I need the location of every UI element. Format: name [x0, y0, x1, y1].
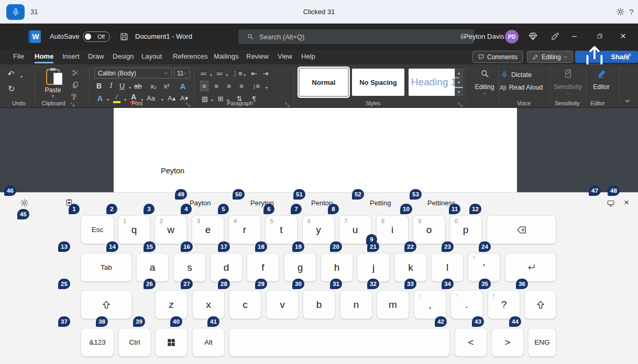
keyboard-dock-icon[interactable] [606, 199, 616, 208]
suggestion-petting[interactable]: Petting [370, 199, 391, 207]
paragraph-control-5[interactable]: ▾ [241, 70, 248, 80]
key-k[interactable]: k [394, 253, 427, 282]
key-p[interactable]: 0p [449, 215, 482, 244]
paragraph-control-13[interactable]: ▾ [263, 82, 270, 93]
key-i[interactable]: 8i [376, 215, 409, 244]
font-size-select[interactable]: 11 [174, 68, 190, 79]
font-control-4[interactable]: ab [134, 81, 141, 91]
key-a[interactable]: a [136, 253, 169, 282]
tab-mailings[interactable]: Mailings [214, 50, 239, 63]
font-control-16[interactable]: A▴ [168, 93, 175, 103]
cut-icon[interactable] [72, 69, 79, 76]
key-o[interactable]: 9o [413, 215, 445, 244]
space-key[interactable] [229, 328, 450, 357]
font-control-7[interactable]: A [179, 81, 186, 91]
key-t[interactable]: 5t [265, 215, 298, 244]
windows-key[interactable] [155, 328, 188, 357]
font-control-14[interactable]: Aa [147, 93, 155, 103]
font-name-select[interactable]: Calibri (Body) [94, 68, 172, 79]
tab-review[interactable]: Review [246, 50, 269, 63]
editor-button[interactable]: Editor [588, 67, 615, 91]
dialog-launcher-icon[interactable] [70, 100, 75, 105]
close-button[interactable]: × [620, 24, 626, 49]
key-<[interactable]: < [455, 328, 487, 357]
dialog-launcher-icon[interactable] [185, 100, 191, 105]
document-page[interactable]: Peyton [114, 108, 517, 192]
key-'[interactable]: "' [468, 253, 500, 282]
style-heading-1[interactable]: Heading 1 [409, 69, 459, 96]
font-control-2[interactable]: U [118, 81, 126, 91]
read-aloud-button[interactable]: A)) Read Aloud [500, 84, 543, 91]
undo-control-1[interactable]: ▾ [18, 71, 25, 82]
style-no-spacing[interactable]: No Spacing [352, 69, 404, 96]
suggestion-payton[interactable]: Payton [190, 199, 211, 207]
tab-help[interactable]: Help [301, 50, 315, 63]
dialog-launcher-icon[interactable] [458, 100, 463, 105]
tab-references[interactable]: References [173, 50, 207, 63]
shift-left-key[interactable] [81, 290, 132, 319]
paragraph-control-14[interactable]: ▧ [201, 93, 208, 104]
key-x[interactable]: x [192, 290, 225, 319]
paste-button[interactable]: Paste ▾ [39, 68, 67, 105]
dictate-button[interactable]: Dictate [501, 70, 532, 79]
font-control-8[interactable]: A [96, 93, 104, 103]
key-h[interactable]: h [321, 253, 353, 282]
help-icon[interactable]: ? [629, 0, 633, 24]
tab-design[interactable]: Design [113, 50, 134, 63]
tab-layout[interactable]: Layout [141, 50, 162, 63]
key-b[interactable]: b [303, 290, 335, 319]
tab-view[interactable]: View [278, 50, 292, 63]
key-.[interactable]: :. [450, 290, 483, 319]
paragraph-control-9[interactable]: ≡ [213, 81, 220, 91]
save-icon[interactable] [119, 32, 129, 41]
paragraph-control-16[interactable]: ⊞ [217, 93, 224, 104]
font-control-3[interactable]: ▾ [126, 82, 134, 93]
key-m[interactable]: m [377, 290, 409, 319]
undo-control-0[interactable]: ↶ [7, 69, 15, 79]
backspace-key[interactable] [487, 215, 556, 244]
ribbon-editing-button[interactable]: Editing [470, 67, 499, 96]
key-eng[interactable]: ENG [528, 328, 556, 357]
settings-gear-icon[interactable] [616, 7, 625, 16]
avatar[interactable]: PD [505, 30, 519, 43]
feedback-pen-icon[interactable] [550, 31, 560, 41]
key-r[interactable]: 4r [228, 215, 261, 244]
font-control-1[interactable]: I [107, 81, 115, 91]
key-?[interactable]: !? [488, 290, 520, 319]
key-ctrl[interactable]: Ctrl [118, 328, 151, 357]
key-z[interactable]: z [155, 290, 188, 319]
font-control-6[interactable]: x² [163, 81, 170, 91]
copy-icon[interactable] [72, 81, 79, 89]
key-d[interactable]: d [210, 253, 243, 282]
key-v[interactable]: v [266, 290, 299, 319]
premium-diamond-icon[interactable] [528, 31, 538, 41]
key-s[interactable]: s [173, 253, 206, 282]
undo-control-2[interactable]: ↻ [8, 83, 15, 94]
key-w[interactable]: 2w [155, 215, 187, 244]
paragraph-control-12[interactable]: ↕≡ [252, 81, 260, 91]
paragraph-control-6[interactable]: ⇤ [250, 68, 258, 79]
tab-insert[interactable]: Insert [62, 50, 80, 63]
catch-up-icon[interactable] [622, 52, 632, 62]
styles-scroll-up-icon[interactable]: ▴ [455, 69, 463, 78]
search-input[interactable]: Search (Alt+Q) [238, 29, 474, 44]
paragraph-control-11[interactable]: ≡ [238, 81, 245, 91]
font-control-10[interactable]: ∕ [113, 93, 120, 103]
tab-draw[interactable]: Draw [88, 50, 104, 63]
restore-button[interactable] [596, 32, 603, 40]
paragraph-control-15[interactable]: ▾ [208, 95, 216, 105]
dialog-launcher-icon[interactable] [285, 100, 290, 105]
key-q[interactable]: 1q [118, 215, 150, 244]
styles-scroll-down-icon[interactable]: ▾ [455, 78, 463, 87]
key->[interactable]: > [491, 328, 524, 357]
comments-button[interactable]: Comments [472, 51, 523, 63]
paragraph-control-2[interactable]: ≕ [216, 68, 223, 79]
style-normal[interactable]: Normal [300, 69, 348, 96]
key-f[interactable]: f [247, 253, 279, 282]
minimize-button[interactable]: – [572, 24, 577, 49]
editing-mode-button[interactable]: Editing [527, 51, 573, 63]
collapse-ribbon-icon[interactable] [624, 98, 631, 104]
key-&123[interactable]: &123 [81, 328, 114, 357]
font-control-0[interactable]: B [95, 81, 103, 91]
styles-gallery-more-icon[interactable]: ▾ [455, 87, 463, 96]
